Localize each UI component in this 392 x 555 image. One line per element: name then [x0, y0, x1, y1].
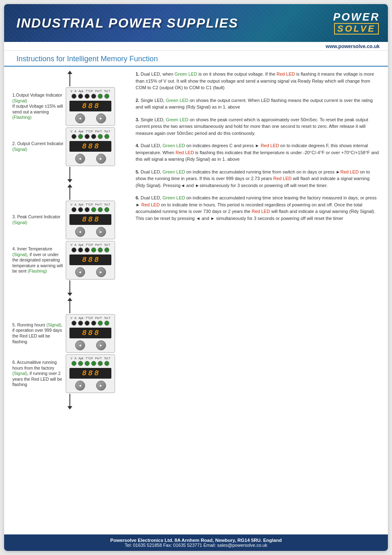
left-btn-6[interactable]: ◄: [75, 381, 85, 391]
top-labels-6: V A Apk T°C/F Per'T Tol.T: [69, 357, 111, 360]
top-labels-1: V A Apk T°C/F Per'T Tol.T: [69, 90, 111, 92]
led-4-4: [91, 247, 96, 252]
led-5-3: [85, 321, 90, 326]
device-diagram-2: V A Apk T°C/F Per'T Tol.T: [66, 127, 115, 166]
signal-label-2: (Signal): [12, 147, 27, 152]
red-led-text-6b: Red LED: [251, 209, 270, 214]
led-1-5: [98, 94, 103, 99]
led-4-2: [78, 247, 83, 252]
website-url: www.powersolve.co.uk: [325, 44, 380, 49]
led-6-6: [104, 361, 109, 366]
top-labels-4: V A Apk T°C/F Per'T Tol.T: [69, 243, 111, 246]
led-2-5: [98, 134, 103, 139]
led-4-6: [104, 247, 109, 252]
page-title: Instructions for Intelligent Memory Func…: [16, 55, 376, 63]
buttons-5: ◄ ►: [69, 340, 111, 350]
led-2-1: [71, 134, 76, 139]
device-row-4: 4. Inner Temperature (Signal), if over o…: [12, 241, 127, 296]
right-btn-5[interactable]: ►: [96, 340, 106, 350]
led-5-1: [71, 321, 76, 326]
header-title: INDUSTRIAL POWER SUPPLIES: [16, 16, 238, 31]
led-6-5: [98, 361, 103, 366]
leds-1: [69, 94, 111, 99]
display-1: 8 8 8: [69, 101, 111, 111]
right-btn-6[interactable]: ►: [96, 381, 106, 391]
red-led-text-1: Red LED: [277, 72, 295, 76]
led-3-2: [78, 207, 83, 212]
desc-1: 1. Dual LED, when Green LED is on it sho…: [136, 71, 380, 91]
desc-6: 6. Dual LED, Green LED on indicates the …: [136, 194, 380, 222]
buttons-1: ◄ ►: [69, 113, 111, 123]
red-led-text-5b: Red LED: [273, 176, 292, 181]
arrow-shaft: [69, 74, 70, 86]
desc-4: 4. Dual LED, Green LED on indicates degr…: [136, 142, 380, 163]
led-1-4: [91, 94, 96, 99]
right-btn-4[interactable]: ►: [96, 267, 106, 277]
arrow-shaft-down: [69, 167, 70, 179]
led-6-2: [78, 361, 83, 366]
device-label-2: 2. Output Current Indicator (Signal): [12, 141, 66, 152]
logo-solve: SOLVE: [334, 23, 379, 35]
led-3-3: [85, 207, 90, 212]
red-led-text-4b: Red LED: [175, 150, 194, 155]
left-btn-2[interactable]: ◄: [75, 154, 85, 164]
right-btn-3[interactable]: ►: [96, 227, 106, 237]
device-diagram-5: V A Apk T°C/F Per'T Tol.T: [66, 314, 115, 353]
device-row-5: 5. Running hours (Signal), if operation …: [12, 298, 127, 353]
top-labels-2: V A Apk T°C/F Per'T Tol.T: [69, 130, 111, 133]
logo-power: POWER: [333, 12, 380, 22]
device-row-3: 3. Peak Current Indicator (Signal) V A A…: [12, 184, 127, 239]
left-btn-4[interactable]: ◄: [75, 267, 85, 277]
leds-6: [69, 361, 111, 366]
device-row-1: 1.Output Voltage Indicator (Signal) If o…: [12, 71, 127, 126]
top-labels-3: V A Apk T°C/F Per'T Tol.T: [69, 203, 111, 206]
device-label-6: 6. Accumalitive running hours from the f…: [12, 360, 66, 388]
right-panel: 1. Dual LED, when Green LED is on it sho…: [131, 71, 388, 530]
led-2-3: [85, 134, 90, 139]
left-btn-1[interactable]: ◄: [75, 113, 85, 123]
footer-line1: Powersolve Electronics Ltd. 8A Arnhem Ro…: [8, 538, 384, 543]
led-2-2: [78, 134, 83, 139]
led-4-5: [98, 247, 103, 252]
led-5-6: [104, 321, 109, 326]
led-4-1: [71, 247, 76, 252]
right-btn-1[interactable]: ►: [96, 113, 106, 123]
page: INDUSTRIAL POWER SUPPLIES POWER SOLVE ww…: [4, 4, 388, 551]
display-3: 8 8 8: [69, 214, 111, 225]
signal-label-3: (Signal): [12, 220, 27, 225]
flashing-label: (Flashing): [12, 115, 32, 120]
arrow-down-icon: [67, 179, 72, 183]
device-diagram-3: V A Apk T°C/F Per'T Tol.T: [66, 201, 115, 239]
device-row-2: 2. Output Current Indicator (Signal) V A…: [12, 127, 127, 183]
led-5-4: [91, 321, 96, 326]
green-led-text-1: Green LED: [175, 72, 197, 76]
led-6-1: [71, 361, 76, 366]
left-btn-3[interactable]: ◄: [75, 227, 85, 237]
arrow-shaft-3: [69, 187, 70, 200]
red-led-text-6: Red LED: [141, 202, 160, 207]
device-label-5: 5. Running hours (Signal), if operation …: [12, 322, 66, 345]
green-led-text-2: Green LED: [166, 98, 188, 103]
led-2-6: [104, 134, 109, 139]
top-labels-5: V A Apk T°C/F Per'T Tol.T: [69, 317, 111, 319]
led-5-2: [78, 321, 83, 326]
right-btn-2[interactable]: ►: [96, 154, 106, 164]
left-btn-5[interactable]: ◄: [75, 340, 85, 350]
desc-5: 5. Dual LED, Green LED on indicates the …: [136, 169, 380, 189]
buttons-3: ◄ ►: [69, 227, 111, 237]
header-logo: POWER SOLVE: [333, 12, 380, 35]
red-led-text-5: Red LED: [340, 169, 359, 174]
device-label-1: 1.Output Voltage Indicator (Signal) If o…: [12, 92, 66, 120]
display-2: 8 8 8: [69, 141, 111, 152]
green-led-text-6: Green LED: [162, 195, 185, 200]
red-led-text-4: Red LED: [261, 143, 279, 148]
display-6: 8 8 8: [69, 368, 111, 379]
leds-5: [69, 321, 111, 326]
led-1-1: [71, 94, 76, 99]
leds-4: [69, 247, 111, 252]
sub-header: www.powersolve.co.uk: [4, 42, 388, 51]
buttons-2: ◄ ►: [69, 154, 111, 164]
display-4: 8 8 8: [69, 254, 111, 265]
led-2-4: [91, 134, 96, 139]
led-6-3: [85, 361, 90, 366]
